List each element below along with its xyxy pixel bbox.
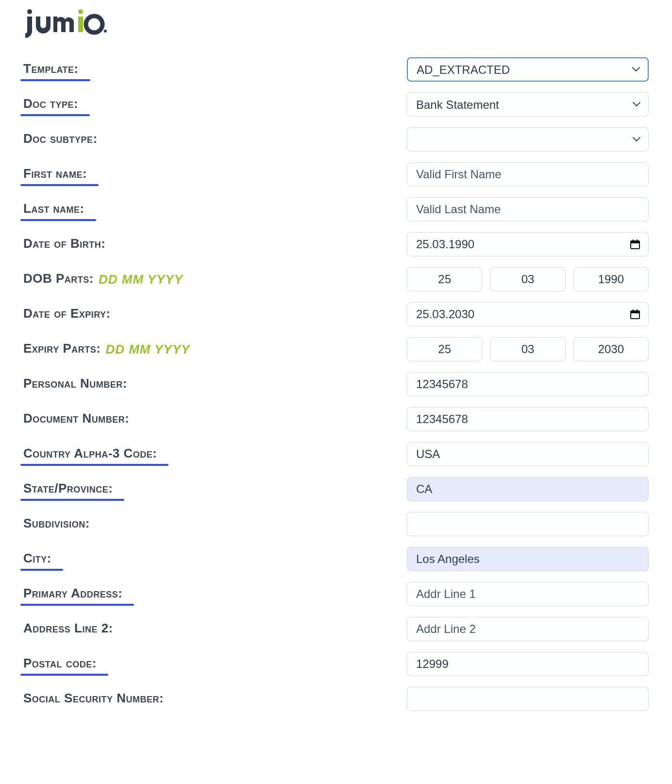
ssn-input[interactable]	[407, 687, 649, 711]
template-select[interactable]: AD_EXTRACTED	[407, 57, 649, 82]
label-expiry-parts: Expiry Parts:	[23, 341, 101, 358]
expiry-mm-input[interactable]	[490, 337, 565, 361]
label-subdivision: Subdivision:	[23, 516, 90, 533]
label-last-name: Last name:	[23, 201, 84, 218]
label-ssn: Social Security Number:	[23, 691, 164, 708]
label-dob-parts: DOB Parts:	[23, 271, 94, 288]
label-doc-subtype: Doc subtype:	[23, 131, 98, 148]
label-country-alpha3: Country Alpha-3 Code:	[23, 446, 157, 463]
last-name-input[interactable]	[407, 197, 649, 222]
postal-code-input[interactable]	[407, 652, 649, 676]
hint-expiry-parts: DD MM YYYY	[105, 342, 190, 357]
label-template: Template:	[23, 61, 79, 78]
first-name-input[interactable]	[407, 162, 649, 187]
svg-point-3	[86, 16, 102, 33]
expiry-yyyy-input[interactable]	[573, 337, 649, 361]
expiry-dd-input[interactable]	[407, 337, 482, 361]
label-expiry: Date of Expiry:	[23, 306, 111, 323]
address-line-2-input[interactable]	[407, 617, 649, 641]
dob-dd-input[interactable]	[407, 267, 482, 291]
personal-number-input[interactable]	[407, 372, 649, 396]
document-number-input[interactable]	[407, 407, 649, 431]
svg-rect-2	[78, 17, 83, 32]
label-city: City:	[23, 551, 51, 568]
hint-dob-parts: DD MM YYYY	[99, 272, 183, 287]
subdivision-input[interactable]	[407, 512, 649, 536]
label-address-line-2: Address Line 2:	[23, 621, 113, 638]
city-input[interactable]	[407, 547, 649, 571]
label-dob: Date of Birth:	[23, 236, 105, 253]
dob-input[interactable]	[407, 232, 649, 256]
doc-subtype-select[interactable]	[407, 127, 649, 152]
label-postal-code: Postal code:	[23, 656, 97, 673]
expiry-input[interactable]	[407, 302, 649, 326]
label-first-name: First name:	[23, 166, 87, 183]
svg-point-1	[78, 9, 83, 14]
svg-point-4	[104, 30, 107, 33]
state-province-input[interactable]	[407, 477, 649, 501]
jumio-logo-icon	[23, 9, 109, 40]
doc-type-select[interactable]: Bank Statement	[407, 92, 649, 117]
label-doc-type: Doc type:	[23, 96, 78, 113]
svg-point-0	[27, 9, 32, 14]
label-personal-number: Personal Number:	[23, 376, 127, 393]
country-alpha3-input[interactable]	[407, 442, 649, 466]
label-primary-address: Primary Address:	[23, 586, 122, 603]
logo	[23, 9, 649, 40]
dob-mm-input[interactable]	[490, 267, 565, 291]
label-state-province: State/Province:	[23, 481, 113, 498]
dob-yyyy-input[interactable]	[573, 267, 649, 291]
primary-address-input[interactable]	[407, 582, 649, 606]
label-document-number: Document Number:	[23, 411, 129, 428]
